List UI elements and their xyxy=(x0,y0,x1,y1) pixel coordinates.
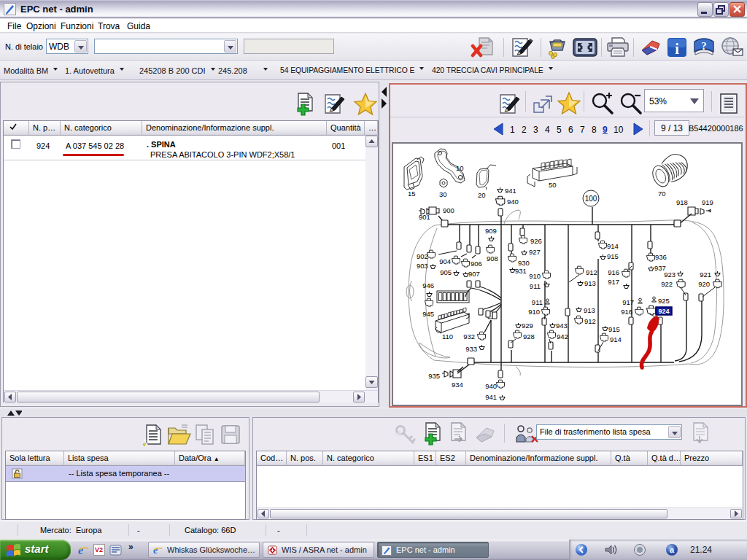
svg-text:914: 914 xyxy=(610,335,622,343)
svg-text:913: 913 xyxy=(584,306,595,314)
svg-text:925: 925 xyxy=(658,297,670,305)
svg-text:933: 933 xyxy=(465,345,477,353)
svg-text:e: e xyxy=(153,545,158,556)
svg-text:940: 940 xyxy=(485,382,497,390)
svg-text:918: 918 xyxy=(676,198,688,206)
svg-text:943: 943 xyxy=(556,322,568,330)
svg-text:915: 915 xyxy=(608,325,620,333)
svg-text:912: 912 xyxy=(584,317,596,325)
svg-text:919: 919 xyxy=(702,198,713,206)
svg-text:941: 941 xyxy=(485,393,497,401)
svg-text:908: 908 xyxy=(487,254,498,262)
svg-text:921: 921 xyxy=(700,271,711,279)
svg-text:902: 902 xyxy=(417,252,428,260)
svg-text:15: 15 xyxy=(408,190,416,198)
svg-text:916: 916 xyxy=(608,268,619,276)
svg-text:941: 941 xyxy=(505,187,516,195)
svg-text:946: 946 xyxy=(422,281,434,289)
svg-text:917: 917 xyxy=(608,278,619,286)
svg-text:932: 932 xyxy=(463,332,475,341)
svg-text:901: 901 xyxy=(419,213,430,221)
svg-text:920: 920 xyxy=(698,280,710,288)
svg-text:916: 916 xyxy=(621,308,632,316)
svg-text:934: 934 xyxy=(452,381,463,389)
svg-text:926: 926 xyxy=(530,237,542,245)
svg-text:110: 110 xyxy=(442,332,453,341)
svg-text:907: 907 xyxy=(468,270,480,278)
svg-text:e: e xyxy=(78,544,83,556)
svg-text:945: 945 xyxy=(422,310,434,318)
svg-text:?: ? xyxy=(701,40,707,52)
svg-text:906: 906 xyxy=(471,260,482,268)
svg-text:912: 912 xyxy=(586,268,597,276)
svg-text:922: 922 xyxy=(661,280,673,288)
svg-text:10: 10 xyxy=(456,164,464,172)
svg-text:900: 900 xyxy=(443,206,454,214)
svg-text:917: 917 xyxy=(622,298,634,306)
svg-text:i: i xyxy=(675,41,679,57)
svg-text:935: 935 xyxy=(428,372,440,380)
svg-text:923: 923 xyxy=(664,271,676,279)
svg-text:911: 911 xyxy=(532,298,543,306)
svg-text:940: 940 xyxy=(507,198,519,206)
svg-text:70: 70 xyxy=(658,190,666,198)
svg-text:927: 927 xyxy=(529,248,541,256)
svg-text:930: 930 xyxy=(518,259,530,267)
svg-text:924: 924 xyxy=(658,308,669,315)
svg-text:911: 911 xyxy=(530,282,541,290)
svg-text:909: 909 xyxy=(485,227,497,235)
svg-text:910: 910 xyxy=(529,272,541,280)
svg-text:903: 903 xyxy=(417,262,428,270)
svg-text:915: 915 xyxy=(607,252,619,260)
svg-text:929: 929 xyxy=(522,322,533,330)
svg-text:50: 50 xyxy=(549,181,557,189)
svg-text:910: 910 xyxy=(528,308,540,316)
svg-text:928: 928 xyxy=(523,332,535,341)
svg-text:905: 905 xyxy=(440,268,452,276)
svg-text:931: 931 xyxy=(515,267,527,275)
svg-text:914: 914 xyxy=(607,242,619,250)
svg-text:30: 30 xyxy=(439,190,447,198)
svg-text:942: 942 xyxy=(557,332,568,341)
svg-text:904: 904 xyxy=(439,257,451,265)
svg-text:20: 20 xyxy=(478,191,486,199)
svg-text:936: 936 xyxy=(655,253,667,261)
svg-text:913: 913 xyxy=(584,279,596,287)
svg-text:100: 100 xyxy=(585,195,597,203)
svg-text:a: a xyxy=(670,545,675,554)
